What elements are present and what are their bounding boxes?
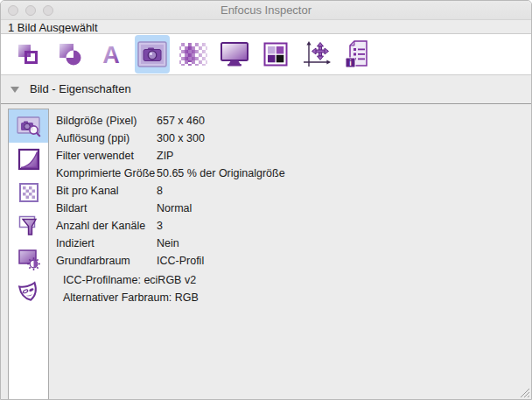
property-row: Komprimierte Größe 50.65 % der Originalg… <box>56 165 524 182</box>
monitor-icon <box>219 39 250 69</box>
inspector-window: Enfocus Inspector 1 Bild Ausgewählt A <box>0 0 532 400</box>
title-bar: Enfocus Inspector <box>1 1 531 20</box>
sidebar-item-brightness[interactable] <box>9 242 48 276</box>
minimize-button[interactable] <box>25 5 36 16</box>
info-glyph: i <box>349 59 352 67</box>
tab-display[interactable] <box>217 35 252 74</box>
axes-move-icon <box>301 39 332 70</box>
property-label: Grundfarbraum <box>56 255 130 267</box>
window-title: Enfocus Inspector <box>1 1 531 19</box>
camera-magnifier-icon <box>16 115 42 138</box>
alternate-colorspace: Alternativer Farbraum: RGB <box>63 289 524 306</box>
overlapping-squares-icon <box>14 39 44 69</box>
inspector-toolbar: A <box>1 33 531 75</box>
mask-icon <box>17 280 41 305</box>
property-label: Bildgröße (Pixel) <box>56 115 136 127</box>
property-value: Nein <box>157 235 179 252</box>
property-label: Auflösung (ppi) <box>56 132 130 144</box>
checkerboard-small-icon <box>17 180 41 205</box>
tab-fill-stroke[interactable] <box>11 35 46 74</box>
resize-grip[interactable] <box>519 387 530 398</box>
property-row: Bildgröße (Pixel) 657 x 460 <box>56 112 524 130</box>
property-row: Anzahl der Kanäle 3 <box>56 217 524 235</box>
letter-a-glyph: A <box>102 42 120 68</box>
property-row: Grundfarbraum ICC-Profil <box>56 252 524 270</box>
tab-position[interactable] <box>299 35 334 74</box>
document-info-icon: i <box>343 39 373 70</box>
sidebar-item-transparency[interactable] <box>9 176 48 209</box>
property-value: 657 x 460 <box>157 112 205 130</box>
zoom-button[interactable] <box>43 5 53 16</box>
property-label: Anzahl der Kanäle <box>56 220 145 232</box>
letter-a-icon: A <box>96 39 126 69</box>
tab-separations[interactable] <box>258 35 293 74</box>
property-label: Komprimierte Größe <box>56 167 155 179</box>
camera-icon <box>136 40 168 68</box>
disclosure-triangle-icon[interactable] <box>10 87 19 93</box>
section-title: Bild - Eigenschaften <box>30 82 131 95</box>
property-label: Filter verwendet <box>56 150 134 162</box>
property-value: 50.65 % der Originalgröße <box>157 165 285 182</box>
close-button[interactable] <box>8 5 18 16</box>
tab-shapes[interactable] <box>52 35 88 74</box>
selection-status-text: 1 Bild Ausgewählt <box>8 21 98 34</box>
tab-transparency[interactable] <box>176 35 211 74</box>
property-row: Filter verwendet ZIP <box>56 147 524 165</box>
property-label: Indiziert <box>56 237 94 249</box>
property-value: Normal <box>157 200 192 217</box>
square-circle-icon <box>55 39 85 69</box>
property-value: 8 <box>157 182 163 200</box>
properties-panel: Bildgröße (Pixel) 657 x 460 Auflösung (p… <box>56 112 524 306</box>
property-value: ICC-Profil <box>157 252 204 270</box>
property-row: Bildart Normal <box>56 200 524 217</box>
checkerboard-icon <box>178 39 209 69</box>
category-sidebar <box>8 109 49 400</box>
property-value: 3 <box>157 217 163 235</box>
brightness-icon <box>17 247 41 271</box>
funnel-icon <box>17 214 41 238</box>
property-label: Bildart <box>56 202 87 214</box>
property-value: 300 x 300 <box>157 130 205 147</box>
icc-profile-details: ICC-Profilname: eciRGB v2 Alternativer F… <box>56 271 524 306</box>
tab-image[interactable] <box>135 35 170 74</box>
sidebar-item-image-detail[interactable] <box>9 109 48 143</box>
selection-status: 1 Bild Ausgewählt <box>1 20 531 33</box>
sidebar-item-curves[interactable] <box>9 143 48 176</box>
sidebar-item-mask[interactable] <box>9 276 48 309</box>
property-row: Indiziert Nein <box>56 235 524 252</box>
property-row: Auflösung (ppi) 300 x 300 <box>56 130 524 147</box>
tab-summary[interactable]: i <box>340 35 375 74</box>
section-header: Bild - Eigenschaften <box>1 75 531 104</box>
property-value: ZIP <box>157 147 173 165</box>
tab-text[interactable]: A <box>94 35 129 74</box>
quad-squares-icon <box>261 39 290 69</box>
icc-profile-name: ICC-Profilname: eciRGB v2 <box>63 271 524 289</box>
curve-icon <box>17 147 41 172</box>
sidebar-item-filter[interactable] <box>9 209 48 242</box>
property-row: Bit pro Kanal 8 <box>56 182 524 200</box>
property-label: Bit pro Kanal <box>56 185 119 197</box>
